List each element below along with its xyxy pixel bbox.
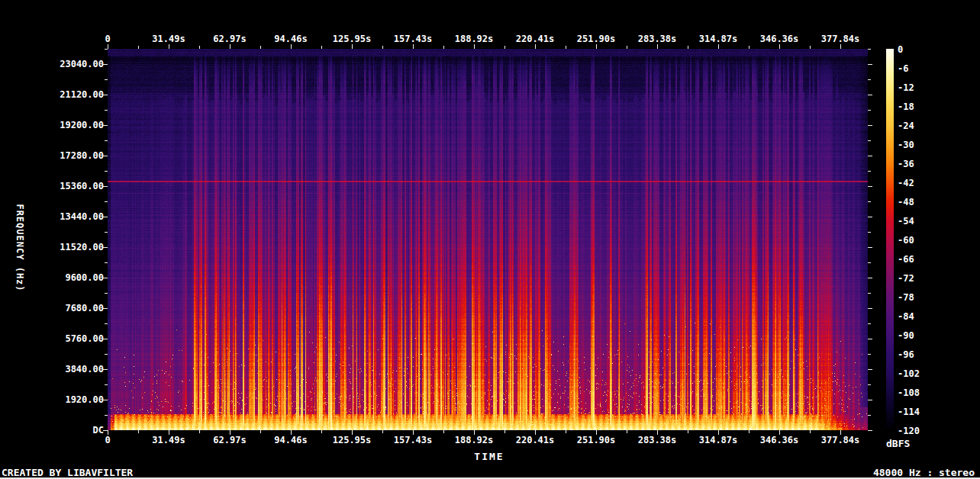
tick-mark (105, 110, 108, 111)
legend-tick-label: -18 (898, 101, 914, 112)
tick-mark (868, 171, 871, 172)
time-tick-label-top: 125.95s (333, 34, 372, 44)
time-tick-label-top: 0 (105, 34, 110, 44)
tick-mark (291, 430, 292, 435)
tick-mark (840, 44, 841, 49)
legend-gradient-canvas (886, 49, 894, 430)
tick-mark (868, 95, 872, 95)
tick-mark (105, 201, 108, 202)
tick-mark (103, 247, 108, 248)
tick-mark (749, 46, 750, 49)
tick-mark (105, 140, 108, 141)
tick-mark (169, 430, 169, 435)
time-tick-label-top: 314.87s (699, 34, 738, 44)
tick-mark (868, 156, 872, 156)
tick-mark (352, 430, 353, 435)
tick-mark (505, 46, 505, 49)
tick-mark (657, 44, 658, 49)
tick-mark (103, 369, 108, 370)
freq-tick-label: 7680.00 (65, 303, 104, 313)
time-tick-label-top: 220.41s (516, 34, 555, 44)
tick-mark (103, 278, 108, 278)
legend-tick-label: -60 (898, 235, 914, 246)
tick-mark (868, 232, 871, 233)
tick-mark (779, 44, 780, 49)
tick-mark (103, 125, 108, 126)
tick-mark (868, 64, 872, 65)
tick-mark (413, 44, 414, 49)
tick-mark (868, 79, 871, 80)
tick-mark (535, 44, 536, 49)
tick-mark (868, 125, 872, 126)
tick-mark (105, 354, 108, 355)
legend-tick-label: -48 (898, 197, 914, 207)
tick-mark (443, 46, 444, 49)
tick-mark (868, 323, 871, 324)
time-tick-label-bottom: 377.84s (821, 435, 860, 445)
legend-tick-label: -108 (898, 387, 920, 398)
tick-mark (749, 430, 750, 433)
tick-mark (103, 339, 108, 339)
freq-tick-label: 13440.00 (60, 211, 104, 222)
tick-mark (105, 415, 108, 416)
legend-tick-label: 0 (898, 44, 903, 55)
time-tick-label-top: 251.90s (577, 34, 616, 44)
tick-mark (352, 44, 353, 49)
tick-mark (868, 430, 872, 431)
legend-tick-label: -12 (898, 82, 914, 93)
tick-mark (657, 430, 658, 435)
legend-tick-label: -90 (898, 330, 914, 341)
tick-mark (321, 430, 322, 433)
tick-mark (474, 430, 475, 435)
tick-mark (103, 64, 108, 65)
freq-tick-label: 1920.00 (65, 394, 104, 405)
tick-mark (868, 201, 871, 202)
time-tick-label-top: 94.46s (274, 34, 307, 44)
tick-mark (868, 110, 871, 111)
time-tick-label-bottom: 283.38s (638, 435, 677, 445)
time-tick-label-bottom: 314.87s (699, 435, 738, 445)
legend-tick-label: -114 (898, 407, 920, 417)
freq-tick-label: 15360.00 (60, 181, 104, 191)
freq-tick-label: 9600.00 (65, 272, 104, 283)
tick-mark (105, 293, 108, 294)
time-tick-label-top: 188.92s (455, 34, 494, 44)
tick-mark (103, 186, 108, 187)
legend-tick-label: -66 (898, 254, 914, 265)
tick-mark (105, 171, 108, 172)
tick-mark (688, 430, 688, 433)
tick-mark (868, 384, 871, 385)
tick-mark (868, 217, 872, 217)
tick-mark (413, 430, 414, 435)
legend-tick-label: -30 (898, 140, 914, 150)
time-tick-label-bottom: 346.36s (760, 435, 799, 445)
tick-mark (443, 430, 444, 433)
tick-mark (688, 46, 688, 49)
tick-mark (260, 46, 261, 49)
tick-mark (868, 308, 872, 309)
time-tick-label-bottom: 62.97s (213, 435, 246, 445)
freq-tick-label: 23040.00 (60, 59, 104, 69)
legend-unit-label: dBFS (886, 439, 910, 449)
legend-tick-label: -6 (898, 63, 908, 74)
freq-tick-label: 17280.00 (60, 150, 104, 161)
tick-mark (718, 430, 719, 435)
tick-mark (103, 156, 108, 156)
spectrogram-canvas (108, 49, 868, 430)
tick-mark (868, 140, 871, 141)
tick-mark (230, 430, 230, 435)
time-tick-label-top: 346.36s (760, 34, 799, 44)
tick-mark (108, 44, 108, 49)
tick-mark (535, 430, 536, 435)
tick-mark (474, 44, 475, 49)
time-tick-label-top: 377.84s (821, 34, 860, 44)
time-tick-label-bottom: 220.41s (516, 435, 555, 445)
tick-mark (810, 430, 811, 433)
tick-mark (868, 247, 872, 248)
tick-mark (108, 430, 108, 435)
tick-mark (505, 430, 505, 433)
tick-mark (103, 95, 108, 95)
legend-tick-label: -42 (898, 178, 914, 188)
tick-mark (868, 339, 872, 339)
freq-tick-label: DC (93, 425, 104, 436)
